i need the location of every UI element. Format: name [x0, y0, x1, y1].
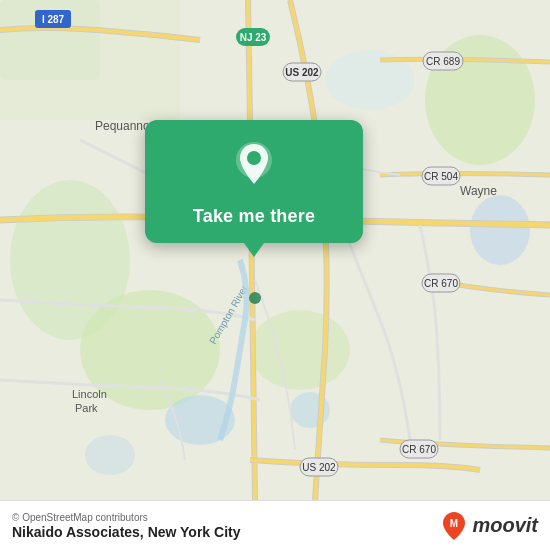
svg-text:Lincoln: Lincoln: [72, 388, 107, 400]
svg-text:US 202: US 202: [285, 67, 319, 78]
moovit-logo: M moovit: [438, 510, 538, 542]
svg-text:CR 504: CR 504: [424, 171, 458, 182]
svg-text:US 202: US 202: [302, 462, 336, 473]
map-svg: I 287 NJ 23 US 202 CR 689 CR 504 CR 670 …: [0, 0, 550, 500]
popup-card[interactable]: Take me there: [145, 120, 363, 243]
svg-text:Wayne: Wayne: [460, 184, 497, 198]
popup-label: Take me there: [193, 206, 315, 227]
svg-point-10: [85, 435, 135, 475]
svg-text:CR 670: CR 670: [402, 444, 436, 455]
svg-text:NJ 23: NJ 23: [240, 32, 267, 43]
pin-icon: [228, 140, 280, 192]
bottom-left: © OpenStreetMap contributors Nikaido Ass…: [12, 512, 241, 540]
svg-text:Park: Park: [75, 402, 98, 414]
bottom-bar: © OpenStreetMap contributors Nikaido Ass…: [0, 500, 550, 550]
svg-point-5: [470, 195, 530, 265]
osm-credit: © OpenStreetMap contributors: [12, 512, 241, 523]
svg-point-3: [250, 310, 350, 390]
svg-point-33: [249, 292, 261, 304]
svg-rect-11: [0, 0, 180, 120]
moovit-brand-icon: M: [438, 510, 470, 542]
svg-point-35: [247, 151, 261, 165]
svg-text:I 287: I 287: [42, 14, 65, 25]
svg-text:M: M: [450, 518, 458, 529]
moovit-text: moovit: [472, 514, 538, 537]
map-container: I 287 NJ 23 US 202 CR 689 CR 504 CR 670 …: [0, 0, 550, 500]
svg-text:CR 670: CR 670: [424, 278, 458, 289]
svg-text:CR 689: CR 689: [426, 56, 460, 67]
location-name: Nikaido Associates, New York City: [12, 524, 241, 540]
